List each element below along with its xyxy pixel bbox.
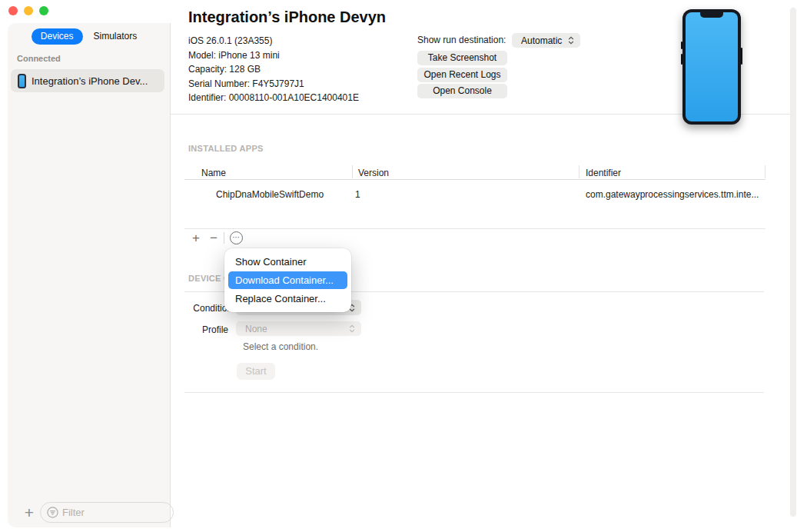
detail-os: iOS 26.0.1 (23A355) bbox=[188, 34, 359, 48]
add-device-button[interactable]: + bbox=[22, 504, 37, 523]
connected-section-label: Connected bbox=[17, 54, 61, 63]
divider bbox=[184, 179, 765, 180]
device-simulator-tabs: Devices Simulators bbox=[8, 28, 170, 45]
detail-model: Model: iPhone 13 mini bbox=[188, 48, 359, 63]
menu-item-replace-container[interactable]: Replace Container... bbox=[228, 290, 347, 308]
close-button[interactable] bbox=[8, 6, 18, 15]
column-divider[interactable] bbox=[765, 165, 765, 178]
column-header-version[interactable]: Version bbox=[358, 168, 389, 178]
iphone-icon bbox=[18, 74, 26, 88]
column-header-name[interactable]: Name bbox=[201, 168, 226, 178]
page-title: Integration’s iPhone Devyn bbox=[188, 8, 386, 26]
menu-item-show-container[interactable]: Show Container bbox=[228, 253, 347, 271]
open-console-button[interactable]: Open Console bbox=[417, 84, 507, 98]
column-divider[interactable] bbox=[579, 165, 579, 178]
scrollbar[interactable] bbox=[790, 8, 796, 517]
phone-volume-button bbox=[681, 54, 682, 65]
filter-input[interactable] bbox=[62, 507, 158, 518]
app-name-cell: ChipDnaMobileSwiftDemo bbox=[216, 189, 324, 200]
phone-power-button bbox=[741, 48, 742, 65]
take-screenshot-button[interactable]: Take Screenshot bbox=[417, 51, 507, 65]
sidebar: Devices Simulators Connected Integration… bbox=[8, 23, 171, 527]
toolbar-divider bbox=[224, 232, 224, 244]
start-button[interactable]: Start bbox=[237, 363, 275, 380]
open-recent-logs-button[interactable]: Open Recent Logs bbox=[417, 68, 507, 82]
device-details: iOS 26.0.1 (23A355) Model: iPhone 13 min… bbox=[188, 34, 359, 105]
sidebar-item-label: Integration’s iPhone Dev... bbox=[32, 75, 148, 87]
detail-serial: Serial Number: F4Y5J797J1 bbox=[188, 77, 359, 91]
run-destination-dropdown[interactable]: Automatic bbox=[512, 33, 580, 48]
app-identifier-cell: com.gatewayprocessingservices.ttm.inte..… bbox=[586, 189, 759, 200]
tab-devices[interactable]: Devices bbox=[32, 28, 83, 45]
add-app-button[interactable]: + bbox=[189, 231, 203, 245]
remove-app-button[interactable]: − bbox=[207, 231, 221, 245]
chevron-updown-icon bbox=[349, 324, 355, 333]
profile-label: Profile bbox=[177, 324, 228, 335]
divider bbox=[184, 228, 765, 229]
devices-simulators-window: Devices Simulators Connected Integration… bbox=[0, 0, 797, 532]
phone-volume-button bbox=[681, 42, 682, 49]
phone-screen bbox=[686, 12, 738, 121]
run-destination-label: Show run destination: bbox=[417, 35, 506, 45]
tab-simulators[interactable]: Simulators bbox=[85, 28, 147, 45]
device-preview-image bbox=[682, 9, 741, 125]
phone-notch bbox=[700, 12, 723, 18]
detail-identifier: Identifier: 00008110-001A10EC1400401E bbox=[188, 91, 359, 105]
sidebar-item-device[interactable]: Integration’s iPhone Dev... bbox=[11, 69, 164, 92]
run-destination-value: Automatic bbox=[521, 35, 568, 46]
container-context-menu: Show Container Download Container... Rep… bbox=[224, 248, 351, 312]
minimize-button[interactable] bbox=[24, 6, 33, 15]
profile-value: None bbox=[245, 324, 349, 334]
zoom-button[interactable] bbox=[39, 6, 48, 15]
app-version-cell: 1 bbox=[355, 189, 360, 200]
profile-dropdown[interactable]: None bbox=[236, 321, 361, 336]
filter-icon bbox=[47, 507, 58, 518]
more-actions-button[interactable]: ⋯ bbox=[230, 231, 243, 244]
menu-item-download-container[interactable]: Download Container... bbox=[228, 271, 347, 289]
installed-apps-heading: INSTALLED APPS bbox=[188, 144, 264, 153]
detail-capacity: Capacity: 128 GB bbox=[188, 62, 359, 77]
divider bbox=[184, 392, 764, 393]
filter-field[interactable] bbox=[40, 502, 174, 523]
chevron-updown-icon bbox=[568, 36, 574, 45]
condition-hint-text: Select a condition. bbox=[243, 341, 318, 352]
column-divider[interactable] bbox=[352, 165, 353, 178]
column-header-identifier[interactable]: Identifier bbox=[586, 168, 621, 178]
